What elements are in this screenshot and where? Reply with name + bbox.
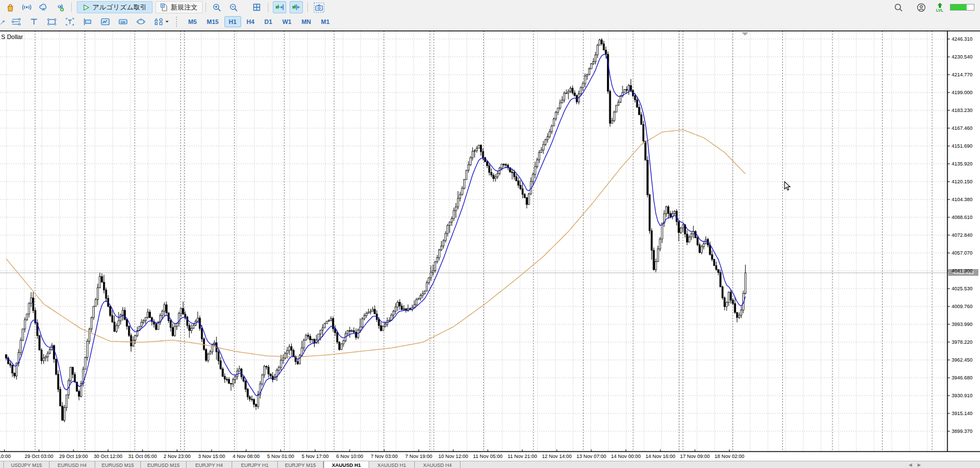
chart-tab-eurjpy-h1[interactable]: EURJPY H1 — [232, 461, 278, 468]
timeframe-MN[interactable]: MN — [297, 16, 315, 27]
candle-body — [111, 315, 113, 322]
chart-autoscroll-icon[interactable] — [290, 1, 303, 13]
candle-body — [322, 328, 324, 330]
price-axis-label: 4183.230 — [952, 108, 973, 113]
candlestick-chart[interactable] — [0, 30, 980, 453]
shape-rect-icon[interactable] — [45, 16, 59, 28]
timeframe-M15[interactable]: M15 — [202, 16, 223, 27]
chart-tab-xauusd-h4[interactable]: XAUUSD H4 — [415, 461, 460, 468]
candle-body — [95, 300, 96, 306]
timeframe-H1[interactable]: H1 — [224, 16, 241, 27]
screenshot-icon[interactable] — [312, 1, 326, 13]
time-axis-label: 5 Nov 01:00 — [267, 454, 295, 459]
candle-body — [601, 40, 602, 44]
price-axis-label: 4041.300 — [952, 268, 973, 274]
community-icon[interactable] — [53, 1, 67, 13]
chart-tab-eurjpy-m15[interactable]: EURJPY M15 — [278, 461, 324, 468]
toolbar-drag-handle[interactable] — [176, 17, 178, 27]
candle-body — [474, 150, 476, 151]
signals-icon[interactable] — [20, 1, 33, 13]
ellipse-icon[interactable] — [134, 16, 148, 28]
timeframe-H4[interactable]: H4 — [242, 16, 259, 27]
candle-body — [678, 222, 680, 233]
chart-tab-eurusd-h4[interactable]: EURUSD H4 — [50, 461, 95, 468]
candle-body — [699, 245, 700, 252]
chart-tab-fragment[interactable] — [0, 461, 4, 468]
zoom-in-icon[interactable] — [210, 1, 224, 13]
candle-body — [218, 352, 219, 361]
chart-tab-eurusd-m15[interactable]: EURUSD M15 — [141, 461, 187, 468]
candle-body — [349, 330, 351, 331]
account-icon[interactable] — [914, 1, 928, 13]
timeframe-D1[interactable]: D1 — [260, 16, 277, 27]
chart-shift-icon[interactable] — [273, 1, 286, 13]
objects-dropdown-icon[interactable] — [151, 16, 171, 28]
candle-body — [93, 306, 95, 318]
candle-body — [399, 303, 401, 306]
candle-body — [709, 245, 711, 255]
zoom-out-icon[interactable] — [227, 1, 241, 13]
text-icon[interactable] — [62, 16, 77, 28]
channel-icon[interactable] — [80, 16, 95, 28]
time-axis[interactable]: 10:0029 Oct 03:0029 Oct 19:0030 Oct 12:0… — [0, 453, 980, 461]
candle-body — [738, 315, 740, 318]
candle-body — [133, 340, 134, 346]
trendlines-icon[interactable] — [9, 16, 23, 28]
candle-body — [634, 96, 636, 100]
candle-body — [324, 324, 326, 328]
candle-body — [395, 307, 396, 311]
time-axis-label: 7 Nov 03:00 — [371, 454, 398, 459]
chart-tab-usdjpy-m15[interactable]: USDJPY M15 — [4, 461, 50, 468]
candle-body — [143, 320, 144, 322]
ok-dialog-icon[interactable]: OK — [116, 16, 130, 28]
candle-body — [640, 115, 642, 124]
candle-body — [618, 103, 619, 105]
candle-body — [651, 231, 653, 250]
candle-body — [472, 152, 473, 158]
crosshair-fragment-icon[interactable] — [0, 16, 6, 28]
candle-body — [128, 326, 130, 335]
vps-cloud-icon[interactable] — [37, 1, 50, 13]
new-order-button[interactable]: 新規注文 — [155, 1, 203, 13]
candle-body — [287, 350, 288, 353]
candle-body — [591, 64, 592, 69]
candle-body — [145, 318, 146, 321]
candle-body — [268, 367, 270, 374]
candle-body — [343, 341, 345, 344]
candle-body — [409, 309, 411, 309]
chart-tab-eurjpy-h4[interactable]: EURJPY H4 — [187, 461, 232, 468]
horizontal-line-icon[interactable] — [27, 16, 41, 28]
price-axis[interactable]: 4039.453 4246.3104230.5404214.7704199.00… — [948, 30, 980, 453]
candle-body — [697, 238, 698, 245]
candle-body — [597, 45, 599, 55]
candle-body — [670, 213, 672, 217]
candle-body — [501, 164, 503, 168]
tab-scroll-arrows[interactable]: ◀▶ — [909, 462, 927, 467]
candle-body — [184, 314, 186, 317]
candle-body — [114, 322, 115, 332]
timeframe-W1[interactable]: W1 — [278, 16, 296, 27]
algo-trading-button[interactable]: アルゴリズム取引 — [77, 1, 153, 13]
candle-body — [241, 369, 242, 377]
chart-tab-xauusd-h1[interactable]: XAUUSD H1 — [324, 461, 369, 468]
search-icon[interactable] — [891, 1, 905, 13]
candle-body — [149, 312, 151, 318]
chart-tab-eurusd-m15[interactable]: EURUSD M15 — [95, 461, 141, 468]
candle-body — [741, 310, 742, 315]
price-axis-label: 3915.140 — [952, 411, 973, 416]
candle-body — [247, 389, 248, 397]
candle-body — [453, 211, 455, 218]
chart-tab-xauusd-h1[interactable]: XAUUSD H1 — [369, 461, 415, 468]
time-axis-label: 18 Nov 02:00 — [714, 454, 744, 459]
timeframe-M5[interactable]: M5 — [184, 16, 201, 27]
candle-body — [535, 167, 536, 174]
indicators-icon[interactable] — [98, 16, 112, 28]
tile-windows-icon[interactable] — [250, 1, 263, 13]
candle-body — [712, 255, 713, 260]
candle-body — [545, 140, 546, 145]
timeframe-M1[interactable]: M1 — [316, 16, 334, 27]
level-icon[interactable]: LVL — [936, 3, 943, 12]
candle-body — [141, 322, 143, 326]
market-icon[interactable] — [3, 1, 17, 13]
chart-window[interactable]: S Dollar 4039.453 4246.3104230.5404214.7… — [0, 30, 980, 453]
